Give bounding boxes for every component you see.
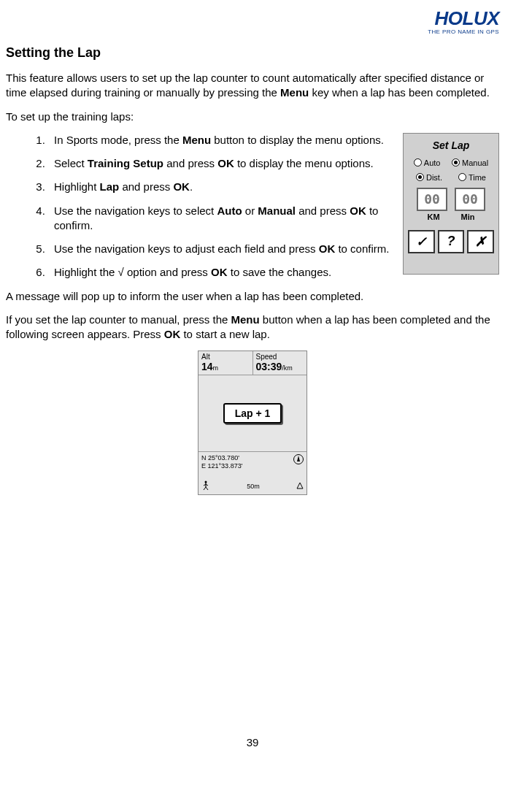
logo-tagline: THE PRO NAME IN GPS — [6, 28, 499, 35]
walker-icon — [201, 480, 210, 492]
lap-plus-one-button[interactable]: Lap + 1 — [223, 403, 282, 424]
cancel-button[interactable]: ✗ — [467, 230, 494, 253]
min-value[interactable]: 00 — [455, 188, 485, 211]
svg-line-5 — [206, 487, 208, 490]
km-value[interactable]: 00 — [417, 188, 447, 211]
radio-icon — [416, 173, 424, 181]
radio-icon — [452, 158, 460, 166]
dist-radio[interactable]: Dist. — [416, 173, 442, 182]
speed-cell: Speed 03:39/km — [253, 351, 307, 375]
scale-label: 50m — [247, 483, 260, 490]
auto-radio[interactable]: Auto — [414, 158, 441, 167]
radio-icon — [458, 173, 466, 181]
page-number: 39 — [6, 736, 499, 748]
min-label: Min — [461, 212, 475, 221]
setlap-title: Set Lap — [408, 139, 494, 151]
svg-line-4 — [204, 487, 206, 490]
logo-text: HOLUX — [6, 7, 499, 30]
setlap-screenshot: Set Lap Auto Manual Dist. Time 00 00 — [403, 133, 499, 275]
manual-radio[interactable]: Manual — [452, 158, 488, 167]
time-radio[interactable]: Time — [458, 173, 486, 182]
brand-logo: HOLUX THE PRO NAME IN GPS — [6, 7, 499, 35]
compass-icon — [293, 454, 304, 464]
page-title: Setting the Lap — [6, 45, 499, 61]
triangle-icon — [296, 482, 304, 491]
coordinates: N 25°03.780' E 121°33.873' — [201, 454, 242, 470]
after-paragraph-2: If you set the lap counter to manual, pr… — [6, 313, 499, 342]
intro-paragraph: This feature allows users to set up the … — [6, 71, 499, 101]
svg-marker-6 — [297, 483, 303, 489]
km-label: KM — [427, 212, 439, 221]
after-paragraph-1: A message will pop up to inform the user… — [6, 289, 499, 304]
setup-lead: To set up the training laps: — [6, 110, 499, 124]
radio-icon — [414, 158, 422, 166]
lap-screenshot: Alt 14m Speed 03:39/km Lap + 1 N 25°03.7… — [6, 351, 499, 495]
alt-cell: Alt 14m — [198, 351, 253, 375]
ok-button[interactable]: ✓ — [408, 230, 435, 253]
help-button[interactable]: ? — [438, 230, 465, 253]
